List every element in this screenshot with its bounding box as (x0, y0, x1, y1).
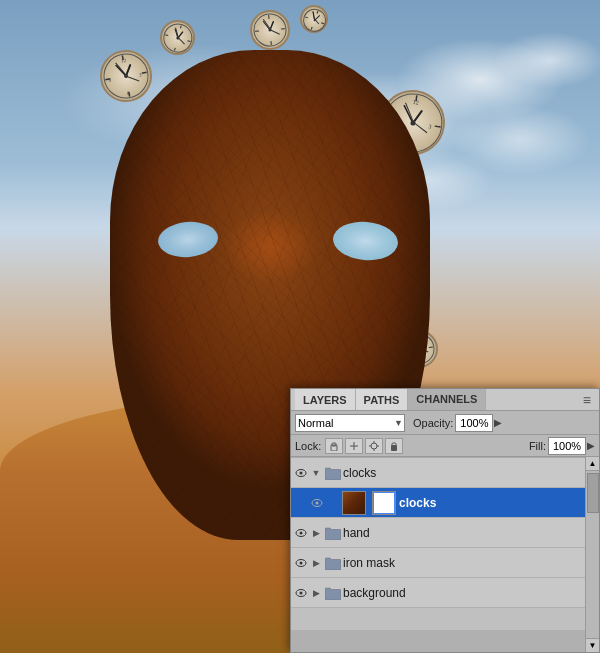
svg-point-70 (316, 501, 319, 504)
panel-tabs: LAYERS PATHS CHANNELS ≡ (291, 389, 599, 411)
fill-arrow[interactable]: ▶ (587, 440, 595, 451)
layer-mask-thumb-clocks-layer (372, 491, 396, 515)
layer-visibility-background[interactable] (293, 585, 309, 601)
tab-paths[interactable]: PATHS (356, 389, 409, 410)
layer-visibility-clocks-group[interactable] (293, 465, 309, 481)
layers-panel: LAYERS PATHS CHANNELS ≡ Normal Dissolve … (290, 388, 600, 653)
layer-visibility-hand-group[interactable] (293, 525, 309, 541)
iron-mask-folder-icon (323, 553, 343, 573)
layer-expand-background[interactable]: ▶ (309, 586, 323, 600)
clocks-group-folder-icon (323, 463, 343, 483)
panel-menu-icon[interactable]: ≡ (579, 392, 595, 408)
opacity-label: Opacity: (413, 417, 453, 429)
opacity-arrow[interactable]: ▶ (494, 417, 502, 428)
svg-line-52 (305, 17, 308, 18)
svg-rect-66 (392, 443, 396, 446)
layer-row-iron-mask-group[interactable]: ▶ iron mask (291, 548, 599, 578)
svg-point-55 (313, 19, 316, 22)
layers-list: ▼ clocks clocks (291, 457, 599, 630)
svg-point-72 (300, 531, 303, 534)
layer-row-clocks-layer[interactable]: clocks (291, 488, 599, 518)
svg-line-50 (321, 23, 324, 24)
hand-group-folder-icon (323, 523, 343, 543)
svg-point-68 (300, 471, 303, 474)
layer-name-clocks-group: clocks (343, 466, 376, 480)
svg-line-53 (315, 15, 320, 22)
lock-position-button[interactable] (365, 438, 383, 454)
svg-line-29 (269, 22, 274, 30)
lock-row: Lock: Fill: ▶ (291, 435, 599, 457)
blend-row: Normal Dissolve Multiply Screen Overlay … (291, 411, 599, 435)
scrollbar-up-button[interactable]: ▲ (586, 457, 599, 471)
layers-scrollbar[interactable]: ▲ ▼ (585, 457, 599, 652)
lock-image-button[interactable] (345, 438, 363, 454)
blend-mode-select[interactable]: Normal Dissolve Multiply Screen Overlay … (295, 414, 405, 432)
layer-row-background-group[interactable]: ▶ background (291, 578, 599, 608)
opacity-input[interactable] (455, 414, 493, 432)
layer-name-hand-group: hand (343, 526, 370, 540)
fill-input[interactable] (548, 437, 586, 455)
tab-layers[interactable]: LAYERS (295, 389, 356, 410)
svg-line-49 (317, 11, 318, 14)
scrollbar-down-button[interactable]: ▼ (586, 638, 599, 652)
layer-name-background: background (343, 586, 406, 600)
svg-line-54 (311, 12, 317, 20)
lock-all-button[interactable] (385, 438, 403, 454)
layer-expand-clocks-layer[interactable] (325, 496, 339, 510)
background-folder-icon (323, 583, 343, 603)
lock-label: Lock: (295, 440, 321, 452)
tab-channels[interactable]: CHANNELS (408, 389, 486, 410)
scrollbar-thumb[interactable] (587, 473, 599, 513)
layer-expand-hand-group[interactable]: ▶ (309, 526, 323, 540)
svg-line-33 (180, 26, 181, 29)
layer-expand-iron-mask[interactable]: ▶ (309, 556, 323, 570)
lock-transparency-button[interactable] (325, 438, 343, 454)
fill-label: Fill: (529, 440, 546, 452)
layer-visibility-iron-mask[interactable] (293, 555, 309, 571)
layer-name-clocks-layer: clocks (399, 496, 436, 510)
layer-visibility-clocks-layer[interactable] (309, 495, 325, 511)
layer-name-iron-mask: iron mask (343, 556, 395, 570)
layer-expand-clocks-group[interactable]: ▼ (309, 466, 323, 480)
layer-row-clocks-group[interactable]: ▼ clocks (291, 458, 599, 488)
svg-point-74 (300, 561, 303, 564)
layer-row-hand-group[interactable]: ▶ hand (291, 518, 599, 548)
svg-point-76 (300, 591, 303, 594)
svg-point-60 (371, 443, 377, 449)
layer-thumb-clocks-layer (342, 491, 366, 515)
